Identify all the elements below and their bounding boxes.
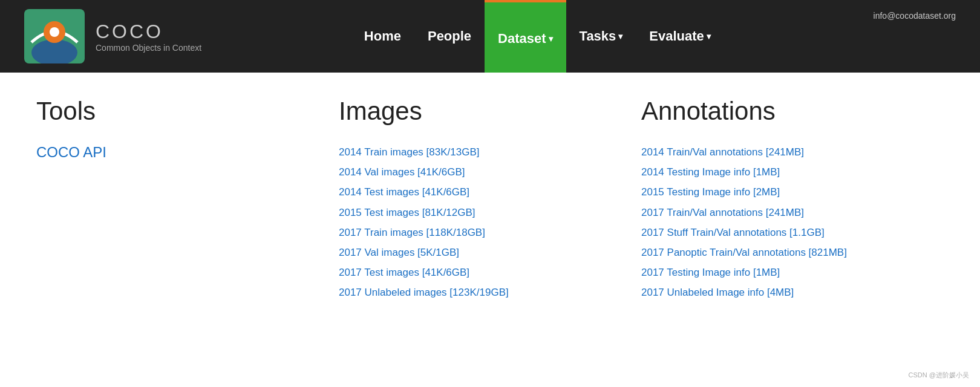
logo-subtitle: Common Objects in Context: [96, 43, 201, 53]
logo-text: COCO Common Objects in Context: [96, 21, 201, 53]
main-content: Tools COCO API Images 2014 Train images …: [0, 73, 980, 325]
list-item: 2014 Val images [41K/6GB]: [339, 164, 617, 180]
list-item: 2017 Unlabeled images [123K/19GB]: [339, 284, 617, 301]
main-nav: HomePeopleDataset ▾Tasks ▾Evaluate ▾: [351, 0, 724, 73]
annotation-link[interactable]: 2017 Panoptic Train/Val annotations [821…: [641, 247, 847, 258]
list-item: 2015 Test images [81K/12GB]: [339, 204, 617, 221]
annotation-link[interactable]: 2015 Testing Image info [2MB]: [641, 186, 780, 198]
image-link[interactable]: 2014 Train images [83K/13GB]: [339, 146, 479, 158]
nav-item-people[interactable]: People: [414, 0, 485, 73]
annotation-link[interactable]: 2017 Stuff Train/Val annotations [1.1GB]: [641, 227, 825, 238]
image-link[interactable]: 2014 Val images [41K/6GB]: [339, 166, 465, 178]
logo-title: COCO: [96, 21, 201, 43]
header-logo-area: COCO Common Objects in Context: [24, 9, 201, 63]
list-item: 2015 Testing Image info [2MB]: [641, 184, 920, 200]
annotation-link[interactable]: 2014 Train/Val annotations [241MB]: [641, 146, 804, 158]
list-item: 2017 Unlabeled Image info [4MB]: [641, 284, 920, 301]
dataset-dropdown-arrow-icon: ▾: [549, 34, 553, 44]
tasks-dropdown-arrow-icon: ▾: [618, 31, 622, 41]
list-item: 2017 Testing Image info [1MB]: [641, 264, 920, 281]
annotation-link[interactable]: 2017 Unlabeled Image info [4MB]: [641, 287, 794, 298]
list-item: 2014 Train/Val annotations [241MB]: [641, 144, 920, 160]
image-link[interactable]: 2015 Test images [81K/12GB]: [339, 207, 475, 218]
images-link-list: 2014 Train images [83K/13GB]2014 Val ima…: [339, 144, 617, 301]
evaluate-dropdown-arrow-icon: ▾: [707, 31, 711, 41]
images-title: Images: [339, 97, 617, 126]
header: COCO Common Objects in Context HomePeopl…: [0, 0, 980, 73]
tools-column: Tools COCO API: [36, 97, 339, 301]
svg-point-3: [50, 27, 59, 37]
list-item: 2014 Train images [83K/13GB]: [339, 144, 617, 160]
list-item: 2017 Test images [41K/6GB]: [339, 264, 617, 281]
list-item: 2017 Val images [5K/1GB]: [339, 244, 617, 261]
list-item: 2017 Panoptic Train/Val annotations [821…: [641, 244, 920, 261]
list-item: 2017 Train images [118K/18GB]: [339, 224, 617, 241]
list-item: 2014 Testing Image info [1MB]: [641, 164, 920, 180]
tools-title: Tools: [36, 97, 315, 126]
list-item: 2017 Stuff Train/Val annotations [1.1GB]: [641, 224, 920, 241]
coco-logo-icon: [24, 9, 85, 63]
image-link[interactable]: 2017 Test images [41K/6GB]: [339, 267, 469, 278]
nav-item-evaluate[interactable]: Evaluate ▾: [636, 0, 724, 73]
annotation-link[interactable]: 2017 Testing Image info [1MB]: [641, 267, 780, 278]
annotations-link-list: 2014 Train/Val annotations [241MB]2014 T…: [641, 144, 920, 301]
image-link[interactable]: 2017 Train images [118K/18GB]: [339, 227, 485, 238]
image-link[interactable]: 2017 Unlabeled images [123K/19GB]: [339, 287, 509, 298]
nav-item-tasks[interactable]: Tasks ▾: [566, 0, 636, 73]
list-item: 2014 Test images [41K/6GB]: [339, 184, 617, 200]
annotation-link[interactable]: 2017 Train/Val annotations [241MB]: [641, 207, 804, 218]
image-link[interactable]: 2014 Test images [41K/6GB]: [339, 186, 469, 198]
header-email: info@cocodataset.org: [874, 0, 956, 21]
coco-api-link[interactable]: COCO API: [36, 144, 106, 160]
nav-item-dataset[interactable]: Dataset ▾: [485, 0, 566, 73]
images-column: Images 2014 Train images [83K/13GB]2014 …: [339, 97, 641, 301]
list-item: 2017 Train/Val annotations [241MB]: [641, 204, 920, 221]
annotations-column: Annotations 2014 Train/Val annotations […: [641, 97, 944, 301]
annotations-title: Annotations: [641, 97, 920, 126]
nav-item-home[interactable]: Home: [351, 0, 414, 73]
image-link[interactable]: 2017 Val images [5K/1GB]: [339, 247, 459, 258]
annotation-link[interactable]: 2014 Testing Image info [1MB]: [641, 166, 780, 178]
